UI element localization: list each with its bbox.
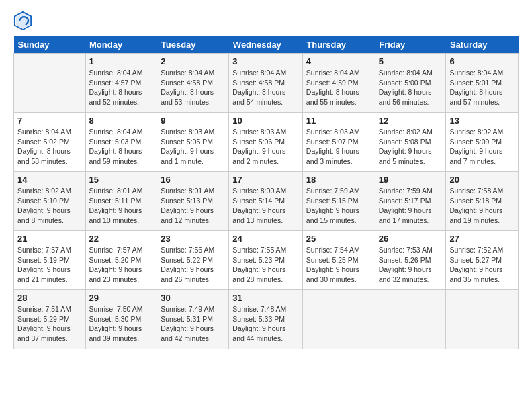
day-info: Sunrise: 7:59 AM Sunset: 5:15 PM Dayligh… <box>306 186 371 226</box>
day-number: 1 <box>89 56 154 66</box>
day-info: Sunrise: 7:58 AM Sunset: 5:18 PM Dayligh… <box>449 186 515 226</box>
calendar-day-cell: 24Sunrise: 7:55 AM Sunset: 5:23 PM Dayli… <box>229 231 303 290</box>
day-number: 25 <box>306 234 371 244</box>
day-number: 15 <box>89 175 154 185</box>
day-number: 30 <box>161 293 225 303</box>
calendar-day-cell: 17Sunrise: 8:00 AM Sunset: 5:14 PM Dayli… <box>229 172 303 231</box>
calendar-day-cell: 22Sunrise: 7:57 AM Sunset: 5:20 PM Dayli… <box>85 231 157 290</box>
day-number: 13 <box>449 116 515 126</box>
calendar-day-cell: 8Sunrise: 8:04 AM Sunset: 5:03 PM Daylig… <box>85 113 157 172</box>
calendar-day-cell: 27Sunrise: 7:52 AM Sunset: 5:27 PM Dayli… <box>446 231 519 290</box>
day-info: Sunrise: 8:01 AM Sunset: 5:11 PM Dayligh… <box>89 186 154 226</box>
day-info: Sunrise: 8:03 AM Sunset: 5:07 PM Dayligh… <box>306 127 371 167</box>
calendar-day-cell: 1Sunrise: 8:04 AM Sunset: 4:57 PM Daylig… <box>85 54 157 113</box>
day-info: Sunrise: 8:04 AM Sunset: 5:00 PM Dayligh… <box>379 68 443 107</box>
calendar-day-cell: 26Sunrise: 7:53 AM Sunset: 5:26 PM Dayli… <box>375 231 446 290</box>
calendar-day-cell: 9Sunrise: 8:03 AM Sunset: 5:05 PM Daylig… <box>157 113 229 172</box>
day-info: Sunrise: 8:04 AM Sunset: 5:03 PM Dayligh… <box>89 127 154 167</box>
day-number: 12 <box>379 116 443 126</box>
calendar-day-cell: 16Sunrise: 8:01 AM Sunset: 5:13 PM Dayli… <box>157 172 229 231</box>
day-info: Sunrise: 8:03 AM Sunset: 5:05 PM Dayligh… <box>161 127 225 167</box>
calendar-day-cell <box>14 54 86 113</box>
day-info: Sunrise: 7:52 AM Sunset: 5:27 PM Dayligh… <box>449 245 515 285</box>
day-number: 29 <box>89 293 154 303</box>
day-number: 5 <box>379 56 443 66</box>
day-info: Sunrise: 8:02 AM Sunset: 5:10 PM Dayligh… <box>17 186 82 226</box>
day-info: Sunrise: 7:56 AM Sunset: 5:22 PM Dayligh… <box>161 245 225 285</box>
day-info: Sunrise: 7:59 AM Sunset: 5:17 PM Dayligh… <box>379 186 443 226</box>
day-number: 9 <box>161 116 225 126</box>
calendar-week-row: 1Sunrise: 8:04 AM Sunset: 4:57 PM Daylig… <box>14 54 519 113</box>
calendar-day-cell: 25Sunrise: 7:54 AM Sunset: 5:25 PM Dayli… <box>302 231 375 290</box>
header <box>13 11 519 30</box>
day-info: Sunrise: 7:50 AM Sunset: 5:30 PM Dayligh… <box>89 304 154 344</box>
calendar-day-cell: 7Sunrise: 8:04 AM Sunset: 5:02 PM Daylig… <box>14 113 86 172</box>
day-number: 20 <box>449 175 515 185</box>
day-info: Sunrise: 7:54 AM Sunset: 5:25 PM Dayligh… <box>306 245 371 285</box>
day-number: 14 <box>17 175 82 185</box>
day-number: 3 <box>232 56 299 66</box>
day-of-week-header: Thursday <box>302 36 375 54</box>
day-info: Sunrise: 8:04 AM Sunset: 4:58 PM Dayligh… <box>161 68 225 107</box>
day-info: Sunrise: 7:51 AM Sunset: 5:29 PM Dayligh… <box>17 304 82 344</box>
calendar-day-cell: 12Sunrise: 8:02 AM Sunset: 5:08 PM Dayli… <box>375 113 446 172</box>
day-info: Sunrise: 7:55 AM Sunset: 5:23 PM Dayligh… <box>232 245 299 285</box>
calendar-day-cell: 15Sunrise: 8:01 AM Sunset: 5:11 PM Dayli… <box>85 172 157 231</box>
day-number: 17 <box>232 175 299 185</box>
calendar-day-cell: 23Sunrise: 7:56 AM Sunset: 5:22 PM Dayli… <box>157 231 229 290</box>
calendar-day-cell: 19Sunrise: 7:59 AM Sunset: 5:17 PM Dayli… <box>375 172 446 231</box>
page-container: SundayMondayTuesdayWednesdayThursdayFrid… <box>0 0 532 356</box>
calendar-day-cell: 31Sunrise: 7:48 AM Sunset: 5:33 PM Dayli… <box>229 290 303 349</box>
calendar-day-cell: 6Sunrise: 8:04 AM Sunset: 5:01 PM Daylig… <box>446 54 519 113</box>
day-info: Sunrise: 7:49 AM Sunset: 5:31 PM Dayligh… <box>161 304 225 344</box>
day-number: 16 <box>161 175 225 185</box>
day-number: 19 <box>379 175 443 185</box>
logo <box>13 11 35 30</box>
logo-icon <box>13 11 32 30</box>
day-info: Sunrise: 8:03 AM Sunset: 5:06 PM Dayligh… <box>232 127 299 167</box>
day-info: Sunrise: 8:04 AM Sunset: 4:58 PM Dayligh… <box>232 68 299 107</box>
day-info: Sunrise: 8:01 AM Sunset: 5:13 PM Dayligh… <box>161 186 225 226</box>
day-number: 26 <box>379 234 443 244</box>
day-info: Sunrise: 7:48 AM Sunset: 5:33 PM Dayligh… <box>232 304 299 344</box>
day-number: 4 <box>306 56 371 66</box>
day-number: 31 <box>232 293 299 303</box>
day-number: 21 <box>17 234 82 244</box>
calendar-week-row: 14Sunrise: 8:02 AM Sunset: 5:10 PM Dayli… <box>14 172 519 231</box>
calendar-day-cell: 10Sunrise: 8:03 AM Sunset: 5:06 PM Dayli… <box>229 113 303 172</box>
calendar-week-row: 21Sunrise: 7:57 AM Sunset: 5:19 PM Dayli… <box>14 231 519 290</box>
day-info: Sunrise: 7:57 AM Sunset: 5:20 PM Dayligh… <box>89 245 154 285</box>
day-number: 23 <box>161 234 225 244</box>
day-number: 11 <box>306 116 371 126</box>
day-of-week-header: Sunday <box>14 36 86 54</box>
calendar-table: SundayMondayTuesdayWednesdayThursdayFrid… <box>13 36 519 349</box>
day-number: 7 <box>17 116 82 126</box>
day-info: Sunrise: 8:04 AM Sunset: 4:57 PM Dayligh… <box>89 68 154 107</box>
day-of-week-header: Monday <box>85 36 157 54</box>
calendar-day-cell: 21Sunrise: 7:57 AM Sunset: 5:19 PM Dayli… <box>14 231 86 290</box>
day-info: Sunrise: 7:57 AM Sunset: 5:19 PM Dayligh… <box>17 245 82 285</box>
day-of-week-header: Saturday <box>446 36 519 54</box>
calendar-day-cell: 30Sunrise: 7:49 AM Sunset: 5:31 PM Dayli… <box>157 290 229 349</box>
day-header-row: SundayMondayTuesdayWednesdayThursdayFrid… <box>14 36 519 54</box>
day-number: 28 <box>17 293 82 303</box>
day-number: 18 <box>306 175 371 185</box>
day-info: Sunrise: 8:02 AM Sunset: 5:08 PM Dayligh… <box>379 127 443 167</box>
calendar-week-row: 28Sunrise: 7:51 AM Sunset: 5:29 PM Dayli… <box>14 290 519 349</box>
calendar-day-cell: 28Sunrise: 7:51 AM Sunset: 5:29 PM Dayli… <box>14 290 86 349</box>
day-info: Sunrise: 8:02 AM Sunset: 5:09 PM Dayligh… <box>449 127 515 167</box>
day-info: Sunrise: 8:00 AM Sunset: 5:14 PM Dayligh… <box>232 186 299 226</box>
day-number: 10 <box>232 116 299 126</box>
day-info: Sunrise: 8:04 AM Sunset: 4:59 PM Dayligh… <box>306 68 371 107</box>
day-info: Sunrise: 8:04 AM Sunset: 5:01 PM Dayligh… <box>449 68 515 107</box>
calendar-day-cell: 2Sunrise: 8:04 AM Sunset: 4:58 PM Daylig… <box>157 54 229 113</box>
calendar-day-cell: 5Sunrise: 8:04 AM Sunset: 5:00 PM Daylig… <box>375 54 446 113</box>
day-info: Sunrise: 8:04 AM Sunset: 5:02 PM Dayligh… <box>17 127 82 167</box>
calendar-day-cell <box>446 290 519 349</box>
calendar-day-cell: 4Sunrise: 8:04 AM Sunset: 4:59 PM Daylig… <box>302 54 375 113</box>
calendar-day-cell: 3Sunrise: 8:04 AM Sunset: 4:58 PM Daylig… <box>229 54 303 113</box>
calendar-day-cell: 29Sunrise: 7:50 AM Sunset: 5:30 PM Dayli… <box>85 290 157 349</box>
day-of-week-header: Wednesday <box>229 36 303 54</box>
calendar-day-cell: 11Sunrise: 8:03 AM Sunset: 5:07 PM Dayli… <box>302 113 375 172</box>
calendar-day-cell: 18Sunrise: 7:59 AM Sunset: 5:15 PM Dayli… <box>302 172 375 231</box>
